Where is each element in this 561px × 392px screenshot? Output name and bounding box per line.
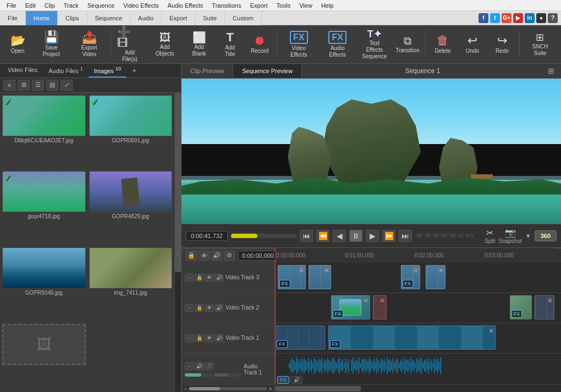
- youtube-icon[interactable]: ▶: [513, 13, 523, 23]
- tab-custom[interactable]: Custom: [225, 11, 262, 25]
- tab-audio-files[interactable]: Audio Files 1: [43, 64, 89, 78]
- audio-pan-slider[interactable]: [214, 373, 241, 377]
- list-item[interactable]: FX ✕: [278, 265, 306, 289]
- menu-audio-effects[interactable]: Audio Effects: [163, 0, 208, 11]
- help-icon[interactable]: ?: [548, 13, 558, 23]
- next-frame-button[interactable]: ⏩: [382, 230, 395, 242]
- h-scrollbar-track[interactable]: [275, 385, 561, 392]
- menu-transitions[interactable]: Transitions: [207, 0, 245, 11]
- clip-close-icon[interactable]: ✕: [380, 297, 385, 305]
- list-item[interactable]: ✕: [309, 265, 331, 289]
- list-item[interactable]: GOPR5045.jpg: [2, 247, 86, 321]
- audio-mute-button[interactable]: 🎵: [205, 362, 213, 370]
- menu-clip[interactable]: Clip: [40, 0, 59, 11]
- tab-export[interactable]: Export: [162, 11, 195, 25]
- list-item[interactable]: ✓ gopr4718.jpg: [2, 171, 86, 244]
- add-files-button[interactable]: ➕🎞 Add File(s): [113, 27, 146, 62]
- clip-close-icon[interactable]: ✕: [299, 267, 304, 274]
- media-scrollbar[interactable]: [174, 93, 181, 392]
- audio-minus-button[interactable]: −: [185, 362, 194, 370]
- add-blank-button[interactable]: ⬜ Add Blank: [184, 27, 215, 62]
- linkedin-icon[interactable]: in: [525, 13, 535, 23]
- facebook-icon[interactable]: f: [479, 13, 488, 23]
- transition-button[interactable]: ⧉ Transition: [393, 27, 422, 62]
- progress-bar[interactable]: [231, 234, 296, 238]
- add-objects-button[interactable]: 🖼 Add Objects: [147, 27, 183, 62]
- list-item[interactable]: FX ✕: [401, 265, 421, 289]
- menu-help[interactable]: Help: [317, 0, 338, 11]
- media-expand-button[interactable]: ⤢: [61, 80, 73, 91]
- h-scrollbar-thumb[interactable]: [275, 386, 361, 391]
- other-icon1[interactable]: ●: [536, 13, 546, 23]
- video-effects-button[interactable]: FX Video Effects: [280, 27, 317, 62]
- forward-button[interactable]: ▶: [366, 230, 379, 242]
- list-item[interactable]: ✓ DMqt6CiUEAAO2ET.jpg: [2, 95, 86, 168]
- add-title-button[interactable]: T Add Title: [216, 27, 244, 62]
- menu-sequence[interactable]: Sequence: [83, 0, 119, 11]
- playhead[interactable]: [275, 248, 276, 263]
- track-eye-button-2[interactable]: 👁: [205, 304, 213, 312]
- list-item[interactable]: ✕: [535, 295, 554, 319]
- skip-start-button[interactable]: ⏮: [300, 230, 313, 242]
- timeline-lock-button[interactable]: 🔒: [186, 251, 197, 261]
- track-vol-button-2[interactable]: 🔊: [215, 304, 223, 312]
- tab-file[interactable]: File: [0, 11, 26, 25]
- delete-button[interactable]: 🗑 Delete: [428, 27, 457, 62]
- save-project-button[interactable]: 💾 Save Project: [33, 27, 70, 62]
- track-lock-button-3[interactable]: 🔒: [195, 274, 204, 281]
- menu-export[interactable]: Export: [246, 0, 272, 11]
- list-item[interactable]: FX: [510, 295, 532, 319]
- track-vol-button-3[interactable]: 🔊: [215, 274, 223, 281]
- timeline-settings-button[interactable]: ⚙: [224, 251, 235, 261]
- list-item[interactable]: img_7411.jpg: [89, 247, 173, 321]
- audio-vol-badge[interactable]: 🔊: [291, 376, 302, 384]
- tab-clips[interactable]: Clips: [58, 11, 87, 25]
- track-eye-button-3[interactable]: 👁: [205, 274, 213, 281]
- snapshot-icon[interactable]: 📷: [505, 228, 516, 238]
- list-item[interactable]: ✕: [426, 265, 446, 289]
- track-eye-button-1[interactable]: 👁: [205, 334, 213, 342]
- media-grid-view-button[interactable]: ⊞: [18, 80, 30, 91]
- tab-sequence[interactable]: Sequence: [87, 11, 131, 25]
- list-item[interactable]: FX: [275, 325, 325, 350]
- clip-close-icon[interactable]: ✕: [547, 297, 553, 305]
- preview-expand-button[interactable]: ⊞: [543, 64, 559, 78]
- media-list-view-button[interactable]: ☰: [32, 80, 44, 91]
- media-sort-button[interactable]: ≡: [3, 80, 15, 91]
- track-minus-button-3[interactable]: −: [185, 274, 194, 281]
- timeline-eye-button[interactable]: 👁: [199, 251, 210, 261]
- menu-file[interactable]: File: [2, 0, 21, 11]
- track-lock-button-1[interactable]: 🔒: [195, 334, 204, 342]
- open-button[interactable]: 📂 Open: [3, 27, 32, 62]
- twitter-icon[interactable]: t: [490, 13, 500, 23]
- list-item[interactable]: ✓ GOPR0691.jpg: [89, 95, 173, 168]
- track-minus-button-2[interactable]: −: [185, 304, 194, 312]
- tab-suite[interactable]: Suite: [195, 11, 225, 25]
- tab-images[interactable]: Images 10: [89, 64, 127, 78]
- menu-tools[interactable]: Tools: [272, 0, 295, 11]
- btn-360[interactable]: 360: [535, 230, 557, 241]
- audio-volume-slider[interactable]: [185, 373, 212, 377]
- clip-close-icon[interactable]: ✕: [363, 297, 369, 305]
- menu-track[interactable]: Track: [59, 0, 83, 11]
- audio-fx-badge[interactable]: FX: [277, 376, 289, 384]
- skip-end-button[interactable]: ⏭: [399, 230, 412, 242]
- timeline-zoom-slider[interactable]: [189, 387, 266, 390]
- add-tab-button[interactable]: +: [129, 65, 140, 76]
- timeline-zoom-in[interactable]: +: [269, 385, 272, 392]
- tab-audio[interactable]: Audio: [130, 11, 162, 25]
- dropdown-arrow[interactable]: ▼: [525, 233, 531, 239]
- tab-sequence-preview[interactable]: Sequence Preview: [233, 64, 302, 78]
- play-pause-button[interactable]: ⏸: [349, 230, 362, 242]
- snch-suite-button[interactable]: ⊞ SNCH Suite: [522, 27, 558, 62]
- redo-button[interactable]: ↪ Redo: [488, 27, 516, 62]
- clip-close-icon[interactable]: ✕: [324, 267, 329, 274]
- list-item[interactable]: FX ✕: [331, 295, 370, 319]
- menu-edit[interactable]: Edit: [21, 0, 40, 11]
- list-item[interactable]: GOPR4829.jpg: [89, 171, 173, 244]
- timeline-vol-button[interactable]: 🔊: [211, 251, 222, 261]
- rewind-button[interactable]: ◀: [333, 230, 346, 242]
- track-vol-button-1[interactable]: 🔊: [215, 334, 223, 342]
- tab-home[interactable]: Home: [26, 11, 58, 25]
- list-item[interactable]: FX ✕: [328, 325, 496, 350]
